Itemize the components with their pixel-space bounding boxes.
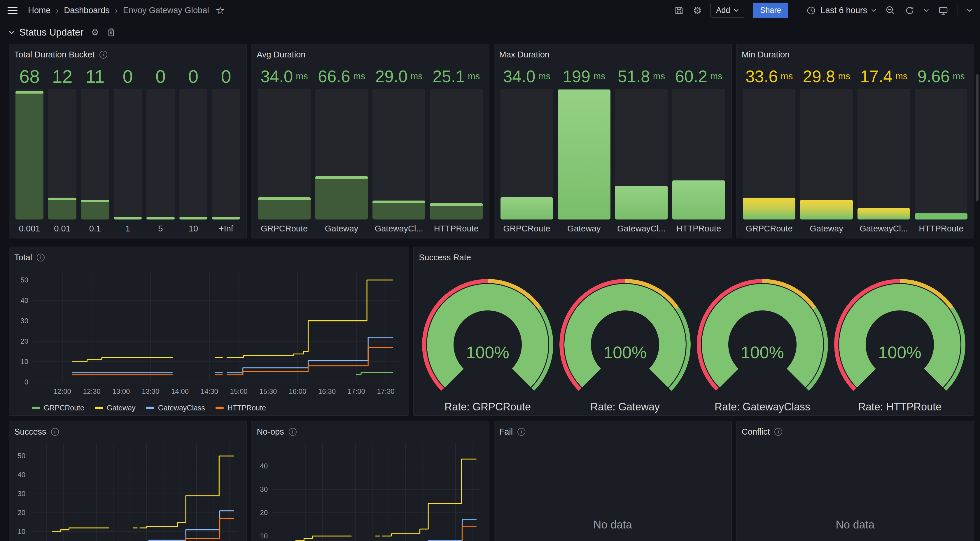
breadcrumb-home[interactable]: Home xyxy=(28,6,51,15)
breadcrumb-separator: › xyxy=(115,6,118,16)
kiosk-monitor-icon[interactable] xyxy=(938,5,949,16)
y-axis-tick: 40 xyxy=(18,471,25,479)
bar-column: 120.01 xyxy=(48,64,76,233)
bar-column: 34.0msGRPCRoute xyxy=(258,64,310,233)
bar-value: 51.8ms xyxy=(615,64,668,89)
breadcrumb-dashboards[interactable]: Dashboards xyxy=(64,6,110,15)
no-data-message: No data xyxy=(500,438,726,541)
collapse-topbar-chevron-icon[interactable] xyxy=(967,8,972,12)
panel-title[interactable]: Success Rate xyxy=(419,253,471,262)
chevron-down-icon xyxy=(871,9,877,12)
add-button[interactable]: Add xyxy=(711,3,745,18)
info-icon[interactable]: i xyxy=(37,254,45,262)
bar-fill xyxy=(615,186,668,219)
bar-fill xyxy=(48,198,76,219)
refresh-icon[interactable] xyxy=(904,5,915,16)
bar-column: 33.6msGRPCRoute xyxy=(743,64,795,233)
bar-value: 0 xyxy=(146,64,174,89)
bar-value: 0 xyxy=(212,64,240,89)
panel-title[interactable]: Total Duration Bucket xyxy=(14,50,95,59)
panel-title[interactable]: No-ops xyxy=(257,427,284,437)
bar-value: 0 xyxy=(180,64,207,89)
bar-value: 0 xyxy=(114,64,142,89)
panel-title[interactable]: Min Duration xyxy=(742,50,789,59)
bar-label: GatewayCl... xyxy=(372,219,425,233)
favorite-star-icon[interactable]: ☆ xyxy=(216,5,225,17)
panel-title[interactable]: Fail xyxy=(500,427,513,437)
scrollbar-thumb[interactable] xyxy=(975,75,978,201)
row-settings-gear-icon[interactable]: ⚙ xyxy=(91,28,99,37)
gauge: 100%Rate: GatewayClass xyxy=(694,279,831,413)
bar-track xyxy=(558,89,611,219)
legend-swatch xyxy=(216,407,224,409)
bar-fill xyxy=(146,217,174,219)
info-icon[interactable]: i xyxy=(289,428,297,436)
legend-item[interactable]: GRPCRoute xyxy=(32,404,84,412)
legend-item[interactable]: HTTPRoute xyxy=(216,404,266,412)
panel-success-rate: Success Rate 100%Rate: GRPCRoute100%Rate… xyxy=(413,247,974,416)
share-button[interactable]: Share xyxy=(753,3,788,18)
bar-fill xyxy=(672,181,725,219)
bar-label: Gateway xyxy=(558,219,611,233)
row-title[interactable]: Status Updater xyxy=(19,27,83,38)
bar-value-unit: ms xyxy=(781,71,793,82)
row-delete-trash-icon[interactable] xyxy=(107,27,116,37)
bar-gauge: 34.0msGRPCRoute66.6msGateway29.0msGatewa… xyxy=(257,61,484,234)
bar-column: 9.66msHTTPRoute xyxy=(915,64,967,233)
bar-value: 68 xyxy=(16,64,43,89)
bar-label: 0.001 xyxy=(16,219,43,233)
bar-value: 66.6ms xyxy=(315,64,368,89)
panel-title[interactable]: Conflict xyxy=(742,427,770,437)
panel-title[interactable]: Max Duration xyxy=(500,50,549,59)
bar-track xyxy=(672,89,725,219)
info-icon[interactable]: i xyxy=(517,428,525,436)
y-axis-tick: 30 xyxy=(18,490,25,498)
bar-track xyxy=(315,89,368,219)
no-data-message: No data xyxy=(742,438,969,541)
info-icon[interactable]: i xyxy=(51,428,59,436)
bar-column: 680.001 xyxy=(16,64,43,233)
time-range-label: Last 6 hours xyxy=(821,6,867,15)
bar-value-unit: ms xyxy=(468,71,480,82)
info-icon[interactable]: i xyxy=(99,51,107,59)
y-axis-tick: 10 xyxy=(21,358,28,365)
bar-label: 0.1 xyxy=(81,219,109,233)
panel-title[interactable]: Avg Duration xyxy=(257,50,305,59)
legend-label: HTTPRoute xyxy=(228,404,266,412)
panel-title[interactable]: Success xyxy=(14,427,46,437)
bar-fill xyxy=(800,200,853,219)
y-axis-tick: 20 xyxy=(18,509,25,517)
panel-title[interactable]: Total xyxy=(14,253,32,262)
bar-value: 11 xyxy=(81,64,109,89)
x-axis-tick: 14:30 xyxy=(200,387,218,395)
menu-icon[interactable] xyxy=(8,7,18,14)
bar-fill xyxy=(915,213,967,220)
bar-label: GatewayCl... xyxy=(858,219,910,233)
bar-label: GRPCRoute xyxy=(501,219,553,233)
settings-gear-icon[interactable]: ⚙ xyxy=(693,6,702,16)
legend-label: Gateway xyxy=(107,404,135,412)
time-range-picker[interactable]: Last 6 hours xyxy=(806,5,877,16)
legend-item[interactable]: Gateway xyxy=(95,404,135,412)
y-axis-tick: 50 xyxy=(18,452,25,460)
bar-fill xyxy=(743,198,795,219)
bar-track xyxy=(114,89,142,219)
legend-swatch xyxy=(146,407,154,409)
zoom-out-icon[interactable] xyxy=(885,5,896,16)
bar-label: 10 xyxy=(180,219,207,233)
bar-track xyxy=(430,89,483,219)
legend-swatch xyxy=(95,407,103,409)
bar-column: 34.0msGRPCRoute xyxy=(501,64,553,233)
dashboard-row-header: Status Updater ⚙ xyxy=(0,21,980,44)
bar-gauge: 33.6msGRPCRoute29.8msGateway17.4msGatewa… xyxy=(742,61,969,234)
panel-conflict: Conflict i No data xyxy=(736,421,974,541)
row-collapse-chevron-icon[interactable] xyxy=(9,31,14,34)
legend-item[interactable]: GatewayClass xyxy=(146,404,205,412)
bar-label: GRPCRoute xyxy=(743,219,795,233)
bar-label: 0.01 xyxy=(48,219,76,233)
info-icon[interactable]: i xyxy=(775,428,782,436)
bar-label: HTTPRoute xyxy=(915,219,967,233)
save-icon[interactable] xyxy=(674,5,684,16)
refresh-interval-chevron-icon[interactable] xyxy=(924,9,929,12)
gauge-arc: 100% xyxy=(422,279,553,396)
